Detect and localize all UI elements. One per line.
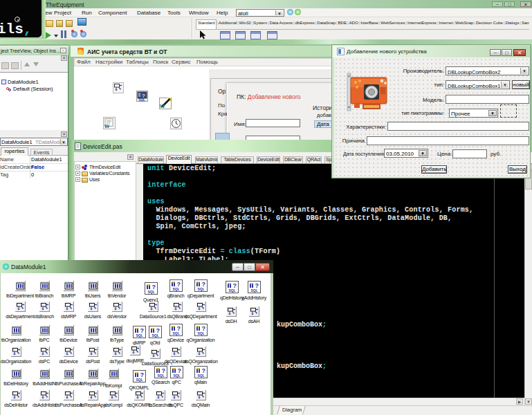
svg-text:SQL: SQL (139, 98, 146, 102)
svg-text:w: w (104, 122, 110, 129)
svg-text:w: w (159, 102, 165, 109)
